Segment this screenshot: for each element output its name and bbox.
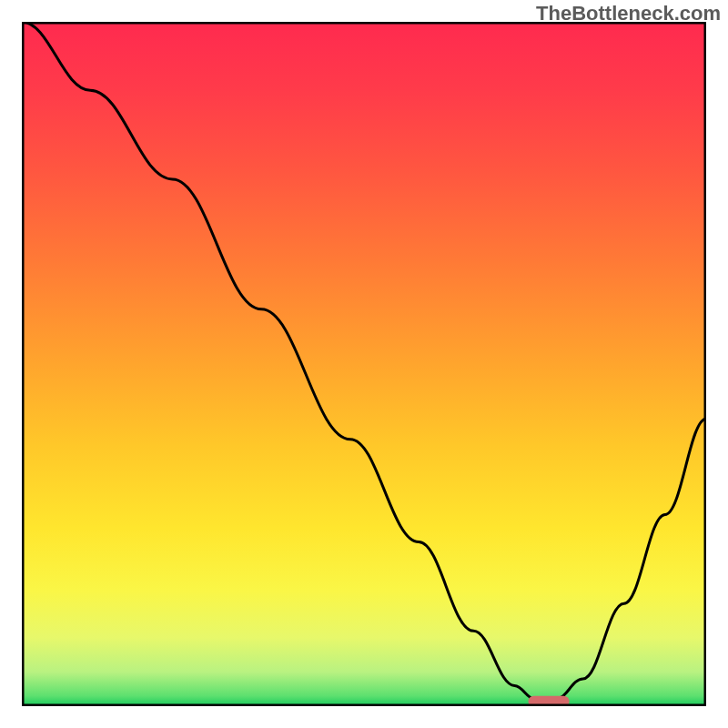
- chart-container: TheBottleneck.com: [0, 0, 728, 728]
- chart-svg: [22, 22, 706, 706]
- watermark-text: TheBottleneck.com: [536, 2, 721, 25]
- bottleneck-chart: [22, 22, 706, 706]
